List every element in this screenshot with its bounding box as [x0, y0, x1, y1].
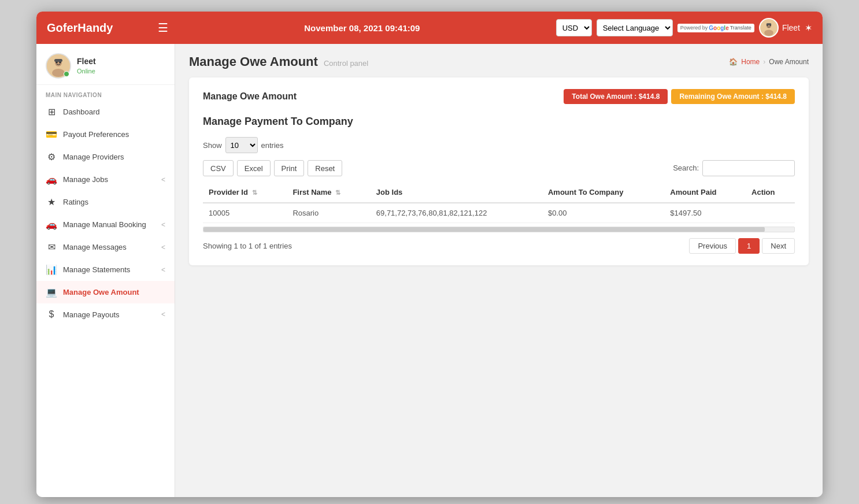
sidebar-item-jobs-label: Manage Jobs — [63, 175, 155, 184]
sidebar-item-manage-providers[interactable]: ⚙ Manage Providers — [36, 146, 175, 168]
payment-table: Provider Id ⇅ First Name ⇅ Job Ids Amoun… — [203, 182, 795, 223]
owe-amount-icon: 💻 — [46, 287, 57, 298]
content-area: Manage Owe Amount Control panel 🏠 Home ›… — [175, 44, 823, 497]
sidebar-username: Fleet — [77, 56, 96, 68]
sidebar: Fleet Online MAIN NAVIGATION ⊞ Dashboard… — [36, 44, 175, 497]
topbar-datetime: November 08, 2021 09:41:09 — [175, 23, 549, 33]
sidebar-item-ratings[interactable]: ★ Ratings — [36, 191, 175, 213]
sidebar-item-manage-statements[interactable]: 📊 Manage Statements < — [36, 258, 175, 281]
share-icon[interactable]: ✶ — [805, 23, 812, 34]
cell-amount-to-company: $0.00 — [542, 203, 664, 223]
sidebar-item-payout-preferences[interactable]: 💳 Payout Preferences — [36, 123, 175, 146]
table-header-row: Provider Id ⇅ First Name ⇅ Job Ids Amoun… — [203, 182, 795, 203]
page-subtitle: Control panel — [324, 59, 368, 68]
total-owe-badge: Total Owe Amount : $414.8 — [564, 89, 668, 104]
export-buttons: CSV Excel Print Reset Search: — [203, 160, 795, 176]
sidebar-item-dashboard-label: Dashboard — [63, 108, 165, 116]
topbar-right: USD Select Language Powered by Google Tr… — [556, 18, 812, 38]
entries-select[interactable]: 10 25 50 100 — [225, 137, 258, 153]
messages-icon: ✉ — [46, 242, 57, 253]
svg-rect-5 — [767, 23, 772, 25]
payouts-icon: $ — [46, 309, 57, 320]
svg-point-8 — [52, 69, 65, 77]
language-select[interactable]: Select Language — [597, 19, 673, 36]
breadcrumb-home-link[interactable]: Home — [741, 58, 760, 66]
card-header: Manage Owe Amount Total Owe Amount : $41… — [203, 89, 795, 104]
sidebar-item-payout-label: Payout Preferences — [63, 130, 165, 139]
ratings-icon: ★ — [46, 197, 57, 207]
page-title-area: Manage Owe Amount Control panel — [189, 54, 368, 69]
sidebar-item-dashboard[interactable]: ⊞ Dashboard — [36, 101, 175, 123]
sidebar-item-payouts-label: Manage Payouts — [63, 310, 155, 319]
jobs-arrow-icon: < — [161, 176, 165, 184]
sidebar-item-manage-owe-amount[interactable]: 💻 Manage Owe Amount — [36, 281, 175, 303]
reset-button[interactable]: Reset — [308, 160, 342, 176]
search-input[interactable] — [702, 160, 795, 176]
sort-provider-icon[interactable]: ⇅ — [252, 189, 257, 196]
sidebar-item-owe-amount-label: Manage Owe Amount — [63, 288, 165, 297]
svg-point-2 — [764, 30, 773, 36]
manual-booking-arrow-icon: < — [161, 221, 165, 229]
table-row: 10005 Rosario 69,71,72,73,76,80,81,82,12… — [203, 203, 795, 223]
sidebar-status: Online — [77, 67, 96, 76]
google-g-letter: Google — [709, 25, 728, 31]
table-controls-top: Show 10 25 50 100 entries — [203, 137, 795, 153]
table-footer: Showing 1 to 1 of 1 entries Previous 1 N… — [203, 238, 795, 254]
breadcrumb-home-icon: 🏠 — [729, 58, 738, 66]
statements-arrow-icon: < — [161, 266, 165, 274]
topbar-username: Fleet — [782, 23, 800, 32]
pagination: Previous 1 Next — [689, 238, 795, 254]
sidebar-item-manage-payouts[interactable]: $ Manage Payouts < — [36, 303, 175, 325]
cell-action — [746, 203, 795, 223]
app-window: GoferHandy ☰ November 08, 2021 09:41:09 … — [36, 12, 823, 497]
sidebar-nav-label: MAIN NAVIGATION — [36, 85, 175, 101]
col-amount-paid: Amount Paid — [664, 182, 746, 203]
translate-powered-label: Powered by — [680, 25, 708, 31]
badge-group: Total Owe Amount : $414.8 Remaining Owe … — [564, 89, 795, 104]
table-scrollbar[interactable] — [203, 227, 795, 232]
messages-arrow-icon: < — [161, 243, 165, 251]
remaining-owe-badge: Remaining Owe Amount : $414.8 — [671, 89, 795, 104]
previous-button[interactable]: Previous — [689, 238, 736, 254]
jobs-icon: 🚗 — [46, 174, 57, 185]
dashboard-icon: ⊞ — [46, 106, 57, 117]
col-job-ids: Job Ids — [371, 182, 542, 203]
cell-amount-paid: $1497.50 — [664, 203, 746, 223]
sidebar-item-manual-booking[interactable]: 🚗 Manage Manual Booking < — [36, 213, 175, 236]
sidebar-avatar — [46, 53, 71, 79]
entries-label: entries — [261, 141, 284, 150]
cell-provider-id: 10005 — [203, 203, 287, 223]
print-button[interactable]: Print — [274, 160, 305, 176]
providers-icon: ⚙ — [46, 151, 57, 162]
main-layout: Fleet Online MAIN NAVIGATION ⊞ Dashboard… — [36, 44, 823, 497]
breadcrumb-current: Owe Amount — [769, 58, 809, 66]
hamburger-icon[interactable]: ☰ — [158, 21, 168, 35]
sort-firstname-icon[interactable]: ⇅ — [335, 189, 340, 196]
sidebar-item-providers-label: Manage Providers — [63, 153, 165, 161]
table-scrollbar-thumb — [203, 227, 765, 232]
statements-icon: 📊 — [46, 264, 57, 275]
payout-icon: 💳 — [46, 129, 57, 140]
table-header: Provider Id ⇅ First Name ⇅ Job Ids Amoun… — [203, 182, 795, 203]
currency-select[interactable]: USD — [556, 19, 592, 36]
cell-first-name: Rosario — [287, 203, 370, 223]
page-header: Manage Owe Amount Control panel 🏠 Home ›… — [189, 54, 809, 69]
translate-badge: Powered by Google Translate — [677, 24, 754, 32]
page-1-button[interactable]: 1 — [738, 238, 760, 254]
csv-button[interactable]: CSV — [203, 160, 234, 176]
topbar-avatar — [759, 18, 779, 38]
sidebar-item-manage-jobs[interactable]: 🚗 Manage Jobs < — [36, 168, 175, 191]
col-amount-to-company: Amount To Company — [542, 182, 664, 203]
translate-service-label: Translate — [730, 25, 751, 31]
col-first-name: First Name ⇅ — [287, 182, 370, 203]
search-label: Search: — [673, 160, 699, 176]
sidebar-item-manual-booking-label: Manage Manual Booking — [63, 220, 155, 229]
sidebar-item-manage-messages[interactable]: ✉ Manage Messages < — [36, 236, 175, 258]
entries-info: Showing 1 to 1 of 1 entries — [203, 242, 292, 250]
excel-button[interactable]: Excel — [237, 160, 271, 176]
main-card: Manage Owe Amount Total Owe Amount : $41… — [189, 77, 809, 265]
sidebar-item-messages-label: Manage Messages — [63, 243, 155, 251]
next-button[interactable]: Next — [762, 238, 795, 254]
table-body: 10005 Rosario 69,71,72,73,76,80,81,82,12… — [203, 203, 795, 223]
breadcrumb: 🏠 Home › Owe Amount — [729, 58, 809, 66]
